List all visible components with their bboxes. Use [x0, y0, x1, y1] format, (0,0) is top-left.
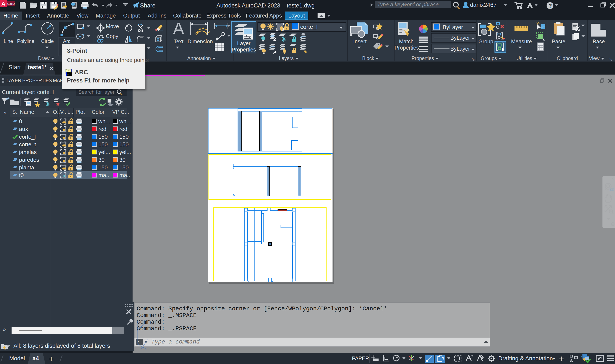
svg-text:danix2467: danix2467 — [470, 2, 497, 8]
svg-text:?: ? — [548, 2, 552, 9]
svg-text:corte_l: corte_l — [300, 24, 317, 30]
svg-text:2D: 2D — [609, 187, 614, 191]
